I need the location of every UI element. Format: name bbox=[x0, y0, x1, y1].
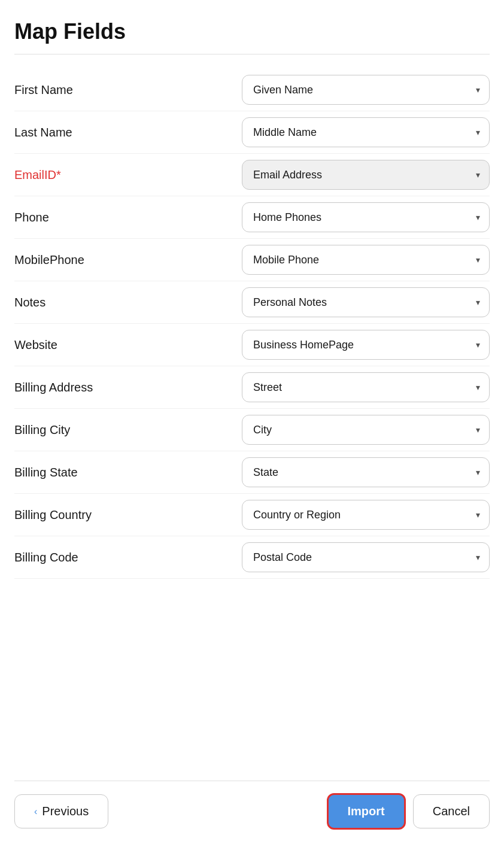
select-wrapper-billing-address: Street▾ bbox=[242, 372, 490, 402]
select-wrapper-last-name: Middle Name▾ bbox=[242, 117, 490, 147]
select-first-name[interactable]: Given Name bbox=[242, 75, 490, 105]
label-first-name: First Name bbox=[14, 83, 242, 97]
field-row-phone: PhoneHome Phones▾ bbox=[14, 196, 490, 239]
select-wrapper-notes: Personal Notes▾ bbox=[242, 287, 490, 317]
cancel-button[interactable]: Cancel bbox=[413, 794, 490, 828]
previous-label: Previous bbox=[42, 804, 89, 818]
field-row-first-name: First NameGiven Name▾ bbox=[14, 69, 490, 111]
label-billing-city: Billing City bbox=[14, 423, 242, 437]
page-container: Map Fields First NameGiven Name▾Last Nam… bbox=[0, 0, 504, 844]
label-billing-address: Billing Address bbox=[14, 381, 242, 394]
select-wrapper-email-id: Email Address▾ bbox=[242, 160, 490, 190]
label-phone: Phone bbox=[14, 211, 242, 224]
field-row-billing-state: Billing StateState▾ bbox=[14, 451, 490, 494]
label-billing-state: Billing State bbox=[14, 466, 242, 479]
field-row-billing-address: Billing AddressStreet▾ bbox=[14, 366, 490, 409]
select-wrapper-phone: Home Phones▾ bbox=[242, 202, 490, 232]
select-wrapper-billing-country: Country or Region▾ bbox=[242, 500, 490, 530]
label-billing-code: Billing Code bbox=[14, 551, 242, 564]
import-button[interactable]: Import bbox=[327, 793, 406, 830]
label-billing-country: Billing Country bbox=[14, 508, 242, 522]
select-wrapper-billing-state: State▾ bbox=[242, 457, 490, 487]
footer-right: Import Cancel bbox=[327, 793, 490, 830]
field-row-last-name: Last NameMiddle Name▾ bbox=[14, 111, 490, 154]
field-row-billing-code: Billing CodePostal Code▾ bbox=[14, 536, 490, 579]
page-title: Map Fields bbox=[14, 19, 490, 54]
cancel-label: Cancel bbox=[433, 804, 470, 818]
select-last-name[interactable]: Middle Name bbox=[242, 117, 490, 147]
select-wrapper-website: Business HomePage▾ bbox=[242, 330, 490, 360]
select-notes[interactable]: Personal Notes bbox=[242, 287, 490, 317]
field-row-billing-country: Billing CountryCountry or Region▾ bbox=[14, 494, 490, 536]
label-last-name: Last Name bbox=[14, 126, 242, 139]
select-mobile-phone[interactable]: Mobile Phone bbox=[242, 245, 490, 275]
fields-container: First NameGiven Name▾Last NameMiddle Nam… bbox=[14, 69, 490, 771]
previous-button[interactable]: ‹ Previous bbox=[14, 794, 108, 828]
field-row-email-id: EmailID*Email Address▾ bbox=[14, 154, 490, 196]
select-billing-city[interactable]: City bbox=[242, 415, 490, 445]
select-wrapper-billing-city: City▾ bbox=[242, 415, 490, 445]
label-website: Website bbox=[14, 338, 242, 352]
select-phone[interactable]: Home Phones bbox=[242, 202, 490, 232]
chevron-left-icon: ‹ bbox=[34, 806, 37, 817]
select-email-id[interactable]: Email Address bbox=[242, 160, 490, 190]
field-row-mobile-phone: MobilePhoneMobile Phone▾ bbox=[14, 239, 490, 281]
select-billing-address[interactable]: Street bbox=[242, 372, 490, 402]
select-wrapper-billing-code: Postal Code▾ bbox=[242, 542, 490, 572]
select-billing-country[interactable]: Country or Region bbox=[242, 500, 490, 530]
label-notes: Notes bbox=[14, 296, 242, 309]
field-row-notes: NotesPersonal Notes▾ bbox=[14, 281, 490, 324]
select-wrapper-first-name: Given Name▾ bbox=[242, 75, 490, 105]
footer: ‹ Previous Import Cancel bbox=[14, 781, 490, 830]
import-label: Import bbox=[348, 804, 385, 818]
label-email-id: EmailID* bbox=[14, 168, 242, 182]
select-billing-state[interactable]: State bbox=[242, 457, 490, 487]
select-wrapper-mobile-phone: Mobile Phone▾ bbox=[242, 245, 490, 275]
select-website[interactable]: Business HomePage bbox=[242, 330, 490, 360]
field-row-billing-city: Billing CityCity▾ bbox=[14, 409, 490, 451]
field-row-website: WebsiteBusiness HomePage▾ bbox=[14, 324, 490, 366]
select-billing-code[interactable]: Postal Code bbox=[242, 542, 490, 572]
label-mobile-phone: MobilePhone bbox=[14, 253, 242, 267]
